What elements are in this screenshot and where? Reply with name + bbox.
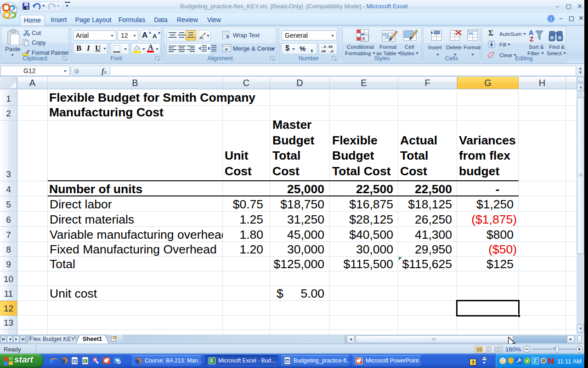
svg-text:Z: Z: [530, 35, 534, 43]
svg-text:a: a: [225, 47, 227, 52]
svg-text:W: W: [73, 360, 76, 363]
svg-text:X: X: [210, 358, 213, 363]
svg-text:≤: ≤: [362, 36, 365, 41]
svg-text:e: e: [50, 356, 54, 365]
svg-text:A: A: [526, 359, 529, 363]
svg-text:X: X: [84, 360, 86, 363]
svg-text:Z: Z: [534, 358, 537, 363]
svg-text:?: ?: [550, 16, 553, 22]
svg-text:ab: ab: [199, 36, 204, 40]
svg-text:W: W: [286, 359, 289, 363]
